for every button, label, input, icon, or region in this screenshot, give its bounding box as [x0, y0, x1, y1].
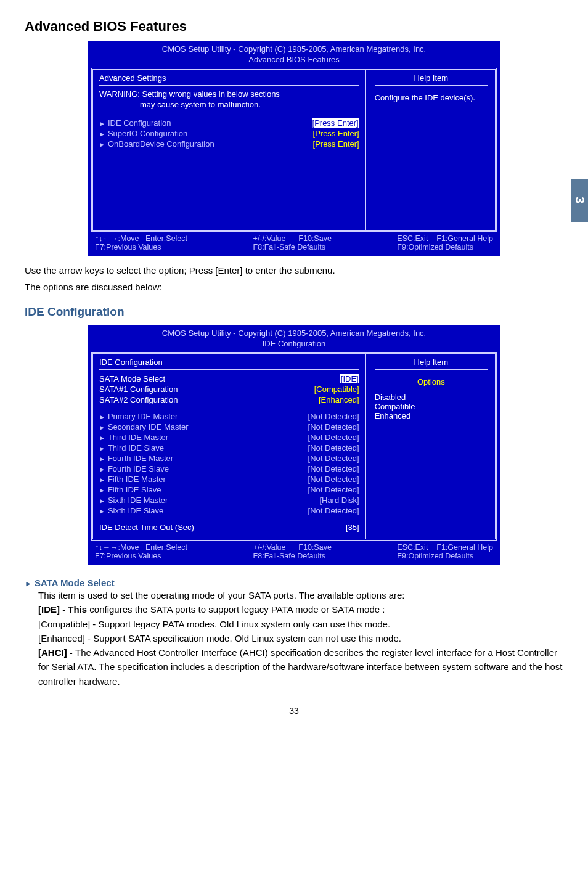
bios2-top-value: [Enhanced] — [319, 395, 359, 404]
bios2-title2: IDE Configuration — [89, 339, 499, 352]
desc-line5: [AHCI] - The Advanced Host Controller In… — [38, 645, 563, 689]
bios2-ide-row: Fourth IDE Master[Not Detected] — [99, 453, 359, 464]
desc-line3: [Compatible] - Support legacy PATA modes… — [38, 617, 563, 631]
bios2-option: Disabled — [375, 393, 488, 402]
bios1-title2: Advanced BIOS Features — [89, 55, 499, 68]
bios1-item-label: SuperIO Configuration — [99, 129, 187, 138]
bios2-ide-value: [Not Detected] — [308, 464, 359, 473]
bios1-item-label: IDE Configuration — [99, 118, 171, 128]
bios2-ide-label: Fourth IDE Slave — [99, 464, 169, 473]
bios2-help-title: Help Item — [375, 358, 488, 370]
bios2-ide-label: Primary IDE Master — [99, 412, 178, 421]
bios2-ide-row: Sixth IDE Slave[Not Detected] — [99, 505, 359, 516]
bios2-timeout-row: IDE Detect Time Out (Sec) [35] — [99, 522, 359, 533]
bios2-ide-row: Third IDE Slave[Not Detected] — [99, 443, 359, 453]
bios2-top-value: [Compatible] — [314, 385, 359, 394]
bios2-ide-label: Sixth IDE Master — [99, 496, 168, 505]
bios2-ide-value: [Not Detected] — [308, 433, 359, 442]
page-side-tab: 3 — [571, 179, 588, 222]
bios1-item-value: [Press Enter] — [312, 118, 359, 128]
bios1-warning-line1: WARNING: Setting wrong values in below s… — [99, 89, 359, 100]
bios2-ide-label: Fifth IDE Master — [99, 475, 166, 484]
bios2-ide-label: Secondary IDE Master — [99, 422, 189, 431]
bios1-footer-right: ESC:Exit F1:General Help F9:Optimized De… — [397, 234, 493, 251]
bios2-options-header: Options — [375, 377, 488, 386]
bios2-ide-label: Fourth IDE Master — [99, 454, 173, 463]
triangle-icon — [25, 578, 35, 588]
desc-line2: [IDE] - This configures the SATA ports t… — [38, 602, 563, 616]
bios1-warning-line2: may cause system to malfunction. — [140, 100, 359, 110]
bios2-top-row: SATA Mode Select[IDE] — [99, 374, 359, 384]
bios-screenshot-ide: CMOS Setup Utility - Copyright (C) 1985-… — [88, 325, 500, 565]
bios-screenshot-advanced: CMOS Setup Utility - Copyright (C) 1985-… — [88, 41, 500, 256]
bios2-ide-row: Fifth IDE Slave[Not Detected] — [99, 484, 359, 495]
bios2-ide-value: [Not Detected] — [308, 422, 359, 431]
bios2-option: Compatible — [375, 402, 488, 411]
bios2-timeout-value: [35] — [346, 523, 359, 532]
bios2-footer: ↑↓←→:Move Enter:Select F7:Previous Value… — [89, 541, 499, 564]
desc-line5-rest: The Advanced Host Controller Interface (… — [38, 647, 562, 687]
bios2-top-row: SATA#1 Configuration[Compatible] — [99, 384, 359, 394]
bios2-title1: CMOS Setup Utility - Copyright (C) 1985-… — [89, 326, 499, 339]
bios2-top-label: SATA Mode Select — [99, 374, 165, 383]
desc-line2-bold: [IDE] - This — [38, 604, 87, 615]
body-text-2: The options are discussed below: — [25, 280, 563, 295]
bios2-ide-row: Sixth IDE Master[Hard Disk] — [99, 495, 359, 505]
bios2-top-row: SATA#2 Configuration[Enhanced] — [99, 394, 359, 405]
desc-line5-bold: [AHCI] - — [38, 647, 75, 658]
bios2-top-label: SATA#2 Configuration — [99, 395, 178, 404]
bios2-footer-left: ↑↓←→:Move Enter:Select F7:Previous Value… — [95, 543, 187, 560]
bios2-ide-row: Fourth IDE Slave[Not Detected] — [99, 464, 359, 474]
bios2-ide-value: [Not Detected] — [308, 412, 359, 421]
desc-line4: [Enhanced] - Support SATA specification … — [38, 631, 563, 645]
bios2-left-header: IDE Configuration — [99, 358, 359, 370]
bios1-footer: ↑↓←→:Move Enter:Select F7:Previous Value… — [89, 232, 499, 255]
bios2-ide-row: Fifth IDE Master[Not Detected] — [99, 474, 359, 484]
bios2-ide-row: Third IDE Master[Not Detected] — [99, 432, 359, 443]
sata-mode-select-heading: SATA Mode Select — [25, 578, 563, 588]
bios2-top-label: SATA#1 Configuration — [99, 385, 178, 394]
bios2-ide-value: [Not Detected] — [308, 454, 359, 463]
bios2-timeout-label: IDE Detect Time Out (Sec) — [99, 523, 194, 532]
bios1-warning: WARNING: Setting wrong values in below s… — [99, 89, 359, 110]
bios1-item-row: SuperIO Configuration[Press Enter] — [99, 128, 359, 139]
bios2-ide-label: Third IDE Master — [99, 433, 168, 442]
bios1-footer-left: ↑↓←→:Move Enter:Select F7:Previous Value… — [95, 234, 187, 251]
bios2-ide-label: Sixth IDE Slave — [99, 506, 163, 515]
bios2-footer-mid: +/-/:Value F10:Save F8:Fail-Safe Default… — [253, 543, 332, 560]
bios2-ide-value: [Not Detected] — [308, 506, 359, 515]
bios2-ide-label: Fifth IDE Slave — [99, 485, 161, 494]
sata-head-text: SATA Mode Select — [35, 578, 115, 588]
heading-advanced-bios: Advanced BIOS Features — [25, 18, 563, 35]
bios2-ide-row: Secondary IDE Master[Not Detected] — [99, 422, 359, 432]
bios2-ide-label: Third IDE Slave — [99, 443, 164, 452]
desc-line2-rest: configures the SATA ports to support leg… — [87, 604, 385, 615]
bios2-ide-row: Primary IDE Master[Not Detected] — [99, 411, 359, 422]
bios2-ide-value: [Hard Disk] — [319, 496, 359, 505]
bios1-item-row: OnBoardDevice Configuration[Press Enter] — [99, 139, 359, 149]
bios1-item-row: IDE Configuration[Press Enter] — [99, 118, 359, 128]
bios1-help-text: Configure the IDE device(s). — [375, 93, 488, 104]
heading-ide-config: IDE Configuration — [25, 305, 563, 319]
bios2-ide-value: [Not Detected] — [308, 443, 359, 452]
bios2-footer-right: ESC:Exit F1:General Help F9:Optimized De… — [397, 543, 493, 560]
body-text-1: Use the arrow keys to select the option;… — [25, 264, 563, 278]
page-number: 33 — [25, 706, 563, 716]
bios1-footer-mid: +/-/:Value F10:Save F8:Fail-Safe Default… — [253, 234, 332, 251]
bios2-ide-value: [Not Detected] — [308, 475, 359, 484]
bios2-option: Enhanced — [375, 411, 488, 420]
sata-description: This item is used to set the operating m… — [38, 588, 563, 689]
bios2-ide-value: [Not Detected] — [308, 485, 359, 494]
bios1-item-value: [Press Enter] — [313, 139, 359, 149]
desc-line1: This item is used to set the operating m… — [38, 588, 563, 602]
bios1-item-value: [Press Enter] — [313, 129, 359, 138]
bios1-help-title: Help Item — [375, 73, 488, 86]
bios1-left-header: Advanced Settings — [99, 73, 359, 86]
bios1-item-label: OnBoardDevice Configuration — [99, 139, 214, 149]
bios1-title1: CMOS Setup Utility - Copyright (C) 1985-… — [89, 42, 499, 55]
bios2-top-value: [IDE] — [340, 374, 359, 383]
